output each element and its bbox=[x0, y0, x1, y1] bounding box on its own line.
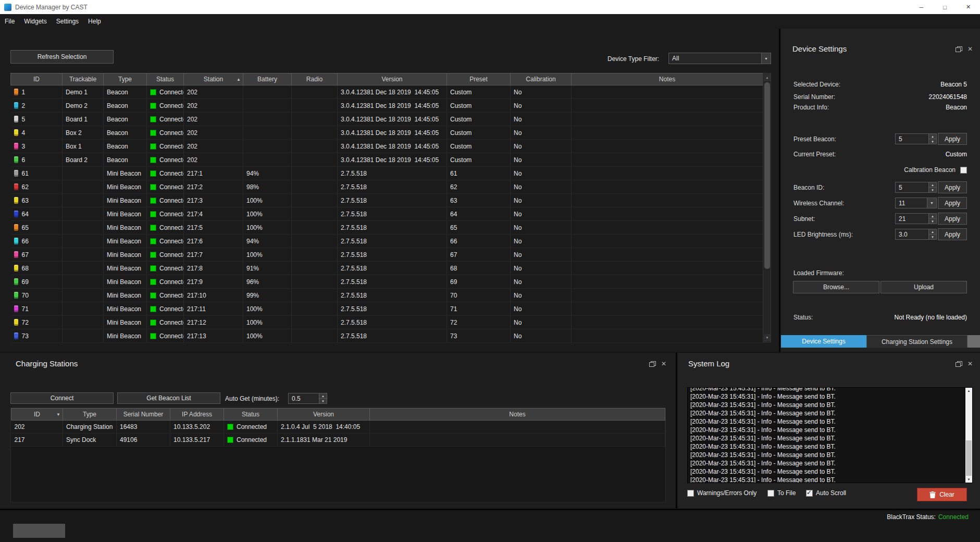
auto-get-spinner[interactable]: 0.5 ▲▼ bbox=[288, 393, 327, 404]
subnet-spinner[interactable]: 21 ▲▼ bbox=[895, 213, 937, 224]
column-version[interactable]: Version bbox=[338, 73, 447, 85]
column-ip-address[interactable]: IP Address bbox=[170, 409, 224, 421]
preset-beacon-spinner[interactable]: 5 ▲▼ bbox=[895, 133, 937, 144]
menu-settings[interactable]: Settings bbox=[52, 14, 83, 29]
spin-down-icon[interactable]: ▼ bbox=[929, 188, 936, 192]
column-serial-number[interactable]: Serial Number bbox=[117, 409, 170, 421]
status-led-icon bbox=[150, 198, 156, 204]
spin-up-icon[interactable]: ▲ bbox=[929, 229, 936, 235]
spin-down-icon[interactable]: ▼ bbox=[319, 399, 327, 403]
spin-down-icon[interactable]: ▼ bbox=[929, 219, 936, 224]
device-row[interactable]: 4Box 2BeaconConnected2023.0.4.12381 Dec … bbox=[11, 126, 763, 140]
minimize-button[interactable]: ─ bbox=[910, 0, 933, 14]
device-row[interactable]: 61Mini BeaconConnected217:194%2.7.5.5186… bbox=[11, 167, 763, 180]
warnings-errors-only-checkbox[interactable]: Warnings/Errors Only bbox=[687, 489, 756, 497]
to-file-checkbox[interactable]: To File bbox=[767, 489, 796, 497]
spin-down-icon[interactable]: ▼ bbox=[929, 235, 936, 239]
device-row[interactable]: 68Mini BeaconConnected217:891%2.7.5.5186… bbox=[11, 262, 763, 275]
column-radio[interactable]: Radio bbox=[292, 73, 338, 85]
scrollbar-thumb[interactable] bbox=[764, 82, 770, 269]
column-battery[interactable]: Battery bbox=[243, 73, 292, 85]
device-row[interactable]: 69Mini BeaconConnected217:996%2.7.5.5186… bbox=[11, 275, 763, 289]
device-row[interactable]: 6Board 2BeaconConnected2023.0.4.12381 De… bbox=[11, 153, 763, 167]
device-table-scrollbar[interactable]: ▲ ▼ bbox=[763, 73, 771, 342]
connect-button[interactable]: Connect bbox=[10, 392, 114, 404]
device-row[interactable]: 65Mini BeaconConnected217:5100%2.7.5.518… bbox=[11, 221, 763, 235]
charging-station-row[interactable]: 217Sync Dock4910610.133.5.217Connected2.… bbox=[11, 434, 665, 447]
apply-wireless-channel-button[interactable]: Apply bbox=[938, 197, 967, 209]
scroll-up-icon[interactable]: ▲ bbox=[965, 388, 972, 394]
device-row[interactable]: 64Mini BeaconConnected217:4100%2.7.5.518… bbox=[11, 207, 763, 221]
chevron-down-icon[interactable]: ▼ bbox=[927, 198, 936, 208]
spin-down-icon[interactable]: ▼ bbox=[929, 139, 936, 144]
device-radio-cell bbox=[292, 329, 338, 343]
wireless-channel-dropdown[interactable]: 11 ▼ bbox=[895, 198, 937, 208]
charging-station-row[interactable]: 202Charging Station1648310.133.5.202Conn… bbox=[11, 421, 665, 434]
maximize-button[interactable]: □ bbox=[933, 0, 957, 14]
device-row[interactable]: 66Mini BeaconConnected217:694%2.7.5.5186… bbox=[11, 235, 763, 248]
column-status[interactable]: Status bbox=[224, 409, 278, 421]
spin-up-icon[interactable]: ▲ bbox=[319, 393, 327, 399]
column-id[interactable]: ID▼ bbox=[11, 409, 63, 421]
device-row[interactable]: 3Box 1BeaconConnected2023.0.4.12381 Dec … bbox=[11, 140, 763, 153]
tab-charging-station-settings[interactable]: Charging Station Settings bbox=[866, 335, 967, 348]
column-notes[interactable]: Notes bbox=[572, 73, 763, 85]
panel-close-icon[interactable]: ✕ bbox=[967, 360, 973, 367]
clear-log-button[interactable]: Clear bbox=[917, 488, 967, 501]
popout-icon[interactable] bbox=[649, 361, 656, 367]
led-brightness-spinner[interactable]: 3.0 ▲▼ bbox=[895, 229, 937, 240]
apply-subnet-button[interactable]: Apply bbox=[938, 213, 967, 225]
device-row[interactable]: 67Mini BeaconConnected217:7100%2.7.5.518… bbox=[11, 248, 763, 262]
column-type[interactable]: Type bbox=[63, 409, 117, 421]
scroll-down-icon[interactable]: ▼ bbox=[764, 334, 771, 341]
log-viewport[interactable]: [2020-Mar-23 15:45:31] - Info - Message … bbox=[687, 387, 973, 483]
spin-up-icon[interactable]: ▲ bbox=[929, 214, 936, 219]
column-version[interactable]: Version bbox=[278, 409, 370, 421]
device-row[interactable]: 62Mini BeaconConnected217:298%2.7.5.5186… bbox=[11, 180, 763, 194]
popout-icon[interactable] bbox=[956, 361, 962, 367]
refresh-selection-button[interactable]: Refresh Selection bbox=[10, 50, 114, 64]
device-row[interactable]: 2Demo 2BeaconConnected2023.0.4.12381 Dec… bbox=[11, 99, 763, 113]
menu-file[interactable]: File bbox=[0, 14, 19, 29]
column-id[interactable]: ID bbox=[11, 73, 63, 85]
browse-button[interactable]: Browse... bbox=[793, 281, 879, 293]
device-row[interactable]: 72Mini BeaconConnected217:12100%2.7.5.51… bbox=[11, 316, 763, 329]
scrollbar-thumb[interactable] bbox=[966, 440, 972, 476]
apply-beacon-id-button[interactable]: Apply bbox=[938, 181, 967, 193]
upload-button[interactable]: Upload bbox=[880, 281, 967, 293]
beacon-id-spinner[interactable]: 5 ▲▼ bbox=[895, 182, 937, 193]
device-row[interactable]: 70Mini BeaconConnected217:1099%2.7.5.518… bbox=[11, 289, 763, 302]
auto-scroll-checkbox[interactable]: Auto Scroll bbox=[806, 489, 846, 497]
scroll-up-icon[interactable]: ▲ bbox=[764, 74, 771, 81]
column-status[interactable]: Status bbox=[147, 73, 184, 85]
column-notes[interactable]: Notes bbox=[370, 409, 665, 421]
get-beacon-list-button[interactable]: Get Beacon List bbox=[117, 392, 220, 404]
tab-device-settings[interactable]: Device Settings bbox=[781, 335, 866, 348]
column-trackable[interactable]: Trackable bbox=[63, 73, 104, 85]
device-row[interactable]: 63Mini BeaconConnected217:3100%2.7.5.518… bbox=[11, 194, 763, 207]
column-calibration[interactable]: Calibration bbox=[511, 73, 572, 85]
column-preset[interactable]: Preset bbox=[447, 73, 511, 85]
device-row[interactable]: 5Board 1BeaconConnected2023.0.4.12381 De… bbox=[11, 113, 763, 126]
spin-up-icon[interactable]: ▲ bbox=[929, 134, 936, 139]
scroll-down-icon[interactable]: ▼ bbox=[965, 476, 972, 483]
apply-preset-button[interactable]: Apply bbox=[938, 133, 967, 145]
device-type-filter-dropdown[interactable]: All ▼ bbox=[668, 53, 771, 64]
status-bar-button[interactable] bbox=[13, 524, 65, 538]
close-button[interactable]: ✕ bbox=[957, 0, 980, 14]
column-type[interactable]: Type bbox=[104, 73, 147, 85]
popout-icon[interactable] bbox=[956, 46, 962, 52]
apply-led-brightness-button[interactable]: Apply bbox=[938, 228, 967, 240]
chevron-down-icon[interactable]: ▼ bbox=[761, 53, 771, 64]
panel-close-icon[interactable]: ✕ bbox=[967, 45, 973, 53]
menu-widgets[interactable]: Widgets bbox=[19, 14, 51, 29]
log-scrollbar[interactable]: ▲ ▼ bbox=[965, 388, 972, 483]
panel-close-icon[interactable]: ✕ bbox=[661, 360, 666, 367]
device-row[interactable]: 71Mini BeaconConnected217:11100%2.7.5.51… bbox=[11, 302, 763, 316]
spin-up-icon[interactable]: ▲ bbox=[929, 182, 936, 188]
calibration-beacon-checkbox[interactable] bbox=[960, 167, 967, 174]
device-row[interactable]: 73Mini BeaconConnected217:13100%2.7.5.51… bbox=[11, 329, 763, 343]
device-row[interactable]: 1Demo 1BeaconConnected2023.0.4.12381 Dec… bbox=[11, 85, 763, 99]
menu-help[interactable]: Help bbox=[83, 14, 106, 29]
column-station[interactable]: Station▲ bbox=[184, 73, 243, 85]
